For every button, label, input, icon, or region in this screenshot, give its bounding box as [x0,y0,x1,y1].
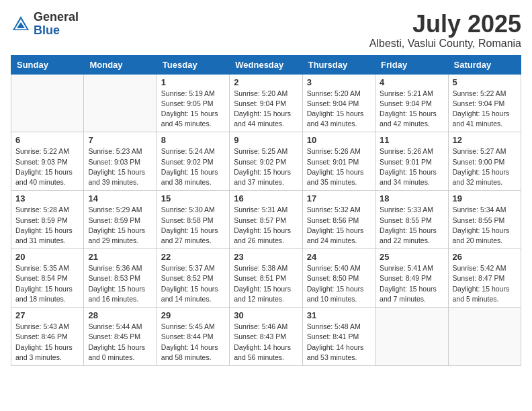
day-info: Sunrise: 5:22 AM Sunset: 9:04 PM Dayligh… [453,89,517,130]
calendar-cell: 20Sunrise: 5:35 AM Sunset: 8:54 PM Dayli… [11,249,84,308]
weekday-header-wednesday: Wednesday [230,55,302,74]
logo-icon [11,14,31,34]
calendar-cell: 9Sunrise: 5:25 AM Sunset: 9:02 PM Daylig… [230,132,302,191]
day-info: Sunrise: 5:28 AM Sunset: 8:59 PM Dayligh… [15,205,79,246]
day-number: 28 [88,310,152,320]
calendar-week-row: 1Sunrise: 5:19 AM Sunset: 9:05 PM Daylig… [11,74,521,132]
day-info: Sunrise: 5:36 AM Sunset: 8:53 PM Dayligh… [88,263,152,304]
calendar-cell [375,308,448,366]
calendar-week-row: 13Sunrise: 5:28 AM Sunset: 8:59 PM Dayli… [11,191,521,249]
weekday-header-monday: Monday [84,55,157,74]
day-info: Sunrise: 5:30 AM Sunset: 8:58 PM Dayligh… [161,205,225,246]
weekday-header-row: SundayMondayTuesdayWednesdayThursdayFrid… [11,55,521,74]
logo-text: General Blue [34,11,79,38]
day-number: 23 [234,252,298,262]
day-number: 7 [88,135,152,145]
day-number: 1 [161,77,225,87]
calendar-cell: 21Sunrise: 5:36 AM Sunset: 8:53 PM Dayli… [84,249,157,308]
day-info: Sunrise: 5:19 AM Sunset: 9:05 PM Dayligh… [161,89,225,130]
logo: General Blue [11,11,79,38]
day-number: 6 [15,135,79,145]
calendar-week-row: 27Sunrise: 5:43 AM Sunset: 8:46 PM Dayli… [11,308,521,366]
calendar-cell: 12Sunrise: 5:27 AM Sunset: 9:00 PM Dayli… [448,132,521,191]
day-info: Sunrise: 5:26 AM Sunset: 9:01 PM Dayligh… [380,146,443,187]
day-number: 12 [453,135,517,145]
logo-blue-text: Blue [34,24,79,38]
month-year-title: July 2025 [369,11,521,38]
calendar-cell: 14Sunrise: 5:29 AM Sunset: 8:59 PM Dayli… [84,191,157,249]
calendar-cell: 22Sunrise: 5:37 AM Sunset: 8:52 PM Dayli… [157,249,229,308]
day-number: 21 [88,252,152,262]
calendar-cell: 3Sunrise: 5:20 AM Sunset: 9:04 PM Daylig… [302,74,375,132]
day-info: Sunrise: 5:48 AM Sunset: 8:41 PM Dayligh… [307,322,371,363]
day-info: Sunrise: 5:22 AM Sunset: 9:03 PM Dayligh… [15,146,79,187]
calendar-cell: 6Sunrise: 5:22 AM Sunset: 9:03 PM Daylig… [11,132,84,191]
day-number: 20 [15,252,79,262]
calendar-cell: 25Sunrise: 5:41 AM Sunset: 8:49 PM Dayli… [375,249,448,308]
day-number: 17 [307,193,371,203]
day-info: Sunrise: 5:32 AM Sunset: 8:56 PM Dayligh… [307,205,371,246]
calendar-table: SundayMondayTuesdayWednesdayThursdayFrid… [11,55,521,366]
calendar-cell: 1Sunrise: 5:19 AM Sunset: 9:05 PM Daylig… [157,74,229,132]
day-number: 30 [234,310,298,320]
weekday-header-saturday: Saturday [448,55,521,74]
calendar-cell: 23Sunrise: 5:38 AM Sunset: 8:51 PM Dayli… [230,249,302,308]
day-number: 14 [88,193,152,203]
calendar-cell: 28Sunrise: 5:44 AM Sunset: 8:45 PM Dayli… [84,308,157,366]
day-info: Sunrise: 5:31 AM Sunset: 8:57 PM Dayligh… [234,205,298,246]
day-info: Sunrise: 5:20 AM Sunset: 9:04 PM Dayligh… [234,89,298,130]
calendar-cell: 30Sunrise: 5:46 AM Sunset: 8:43 PM Dayli… [230,308,302,366]
calendar-cell: 26Sunrise: 5:42 AM Sunset: 8:47 PM Dayli… [448,249,521,308]
calendar-cell [11,74,84,132]
title-section: July 2025 Albesti, Vaslui County, Romani… [369,11,521,50]
day-number: 4 [380,77,443,87]
calendar-cell: 18Sunrise: 5:33 AM Sunset: 8:55 PM Dayli… [375,191,448,249]
day-info: Sunrise: 5:34 AM Sunset: 8:55 PM Dayligh… [453,205,517,246]
day-number: 29 [161,310,225,320]
calendar-cell: 19Sunrise: 5:34 AM Sunset: 8:55 PM Dayli… [448,191,521,249]
calendar-cell [84,74,157,132]
weekday-header-friday: Friday [375,55,448,74]
day-number: 26 [453,252,517,262]
day-number: 16 [234,193,298,203]
calendar-cell: 31Sunrise: 5:48 AM Sunset: 8:41 PM Dayli… [302,308,375,366]
page-header: General Blue July 2025 Albesti, Vaslui C… [11,11,521,50]
calendar-week-row: 6Sunrise: 5:22 AM Sunset: 9:03 PM Daylig… [11,132,521,191]
calendar-cell: 8Sunrise: 5:24 AM Sunset: 9:02 PM Daylig… [157,132,229,191]
calendar-cell: 11Sunrise: 5:26 AM Sunset: 9:01 PM Dayli… [375,132,448,191]
calendar-cell: 29Sunrise: 5:45 AM Sunset: 8:44 PM Dayli… [157,308,229,366]
calendar-cell: 5Sunrise: 5:22 AM Sunset: 9:04 PM Daylig… [448,74,521,132]
weekday-header-thursday: Thursday [302,55,375,74]
calendar-cell: 27Sunrise: 5:43 AM Sunset: 8:46 PM Dayli… [11,308,84,366]
day-info: Sunrise: 5:46 AM Sunset: 8:43 PM Dayligh… [234,322,298,363]
day-number: 15 [161,193,225,203]
calendar-cell: 7Sunrise: 5:23 AM Sunset: 9:03 PM Daylig… [84,132,157,191]
day-info: Sunrise: 5:42 AM Sunset: 8:47 PM Dayligh… [453,263,517,304]
day-info: Sunrise: 5:35 AM Sunset: 8:54 PM Dayligh… [15,263,79,304]
day-number: 22 [161,252,225,262]
day-info: Sunrise: 5:40 AM Sunset: 8:50 PM Dayligh… [307,263,371,304]
calendar-cell: 10Sunrise: 5:26 AM Sunset: 9:01 PM Dayli… [302,132,375,191]
day-info: Sunrise: 5:45 AM Sunset: 8:44 PM Dayligh… [161,322,225,363]
day-info: Sunrise: 5:29 AM Sunset: 8:59 PM Dayligh… [88,205,152,246]
calendar-cell: 4Sunrise: 5:21 AM Sunset: 9:04 PM Daylig… [375,74,448,132]
day-info: Sunrise: 5:27 AM Sunset: 9:00 PM Dayligh… [453,146,517,187]
day-info: Sunrise: 5:23 AM Sunset: 9:03 PM Dayligh… [88,146,152,187]
day-info: Sunrise: 5:24 AM Sunset: 9:02 PM Dayligh… [161,146,225,187]
day-info: Sunrise: 5:21 AM Sunset: 9:04 PM Dayligh… [380,89,443,130]
day-info: Sunrise: 5:41 AM Sunset: 8:49 PM Dayligh… [380,263,443,304]
day-number: 27 [15,310,79,320]
day-number: 25 [380,252,443,262]
day-info: Sunrise: 5:26 AM Sunset: 9:01 PM Dayligh… [307,146,371,187]
day-number: 13 [15,193,79,203]
day-number: 5 [453,77,517,87]
logo-general-text: General [34,11,79,24]
day-number: 18 [380,193,443,203]
calendar-cell: 16Sunrise: 5:31 AM Sunset: 8:57 PM Dayli… [230,191,302,249]
day-number: 2 [234,77,298,87]
day-number: 9 [234,135,298,145]
calendar-cell [448,308,521,366]
day-number: 31 [307,310,371,320]
weekday-header-tuesday: Tuesday [157,55,229,74]
day-info: Sunrise: 5:43 AM Sunset: 8:46 PM Dayligh… [15,322,79,363]
